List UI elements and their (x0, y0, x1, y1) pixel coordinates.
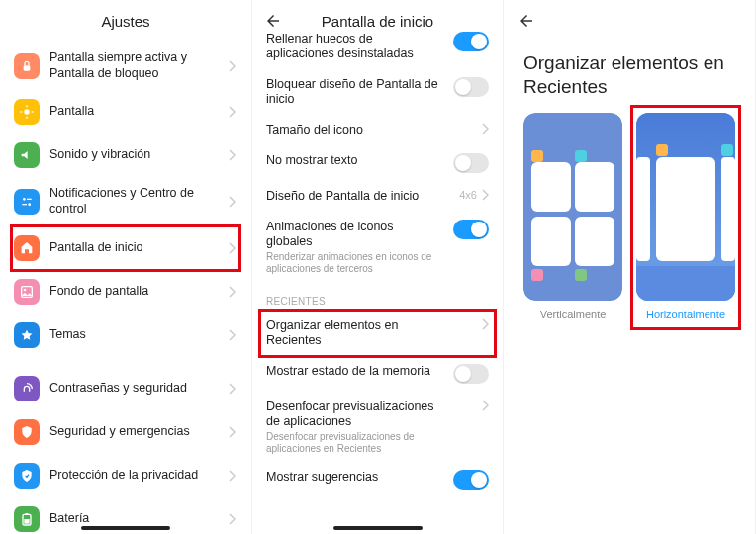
setting-label: No mostrar texto (266, 153, 441, 168)
home-setting-item[interactable]: Tamaño del icono (252, 115, 503, 145)
svg-rect-25 (575, 150, 587, 162)
nav-bar[interactable] (81, 526, 170, 530)
privacy-icon (14, 463, 40, 489)
settings-item[interactable]: Protección de la privacidad (12, 454, 239, 497)
wallpaper-icon (14, 279, 40, 305)
setting-sublabel: Renderizar animaciones en iconos de apli… (266, 251, 441, 274)
sun-icon (14, 99, 40, 125)
option-label: Verticalmente (523, 309, 622, 320)
setting-sublabel: Desenfocar previsualizaciones de aplicac… (266, 431, 441, 454)
section-header: RECIENTES (252, 282, 503, 311)
control-icon (14, 189, 40, 215)
settings-panel: Ajustes Pantalla siempre activa y Pantal… (0, 0, 252, 534)
settings-header: Ajustes (0, 0, 251, 42)
chevron-right-icon (228, 60, 237, 72)
svg-rect-29 (636, 157, 650, 261)
settings-item[interactable]: Seguridad y emergencias (12, 410, 239, 454)
chevron-right-icon (481, 189, 489, 201)
chevron-right-icon (228, 242, 237, 254)
recents-header (504, 0, 755, 42)
home-setting-item[interactable]: No mostrar texto (252, 145, 503, 181)
settings-item[interactable]: Pantalla de inicio (12, 226, 239, 270)
setting-label: Animaciones de iconos globales (266, 220, 441, 249)
chevron-right-icon (228, 286, 237, 298)
settings-item[interactable]: Pantalla (12, 90, 239, 134)
setting-label: Organizar elementos en Recientes (266, 318, 441, 348)
settings-title: Ajustes (101, 13, 149, 30)
svg-rect-31 (721, 157, 735, 261)
home-setting-item[interactable]: Organizar elementos en Recientes (252, 311, 503, 356)
svg-point-8 (28, 203, 31, 206)
svg-point-6 (23, 198, 26, 201)
settings-item[interactable]: Contraseñas y seguridad (12, 367, 239, 410)
fingerprint-icon (14, 376, 40, 401)
settings-item-label: Fondo de pantalla (49, 284, 228, 300)
shield-icon (14, 419, 40, 445)
settings-item-label: Sonido y vibración (49, 147, 228, 163)
home-title: Pantalla de inicio (322, 13, 433, 30)
home-setting-item[interactable]: Diseño de Pantalla de inicio4x6 (252, 181, 503, 212)
settings-item[interactable]: Fondo de pantalla (12, 270, 239, 313)
svg-rect-30 (656, 157, 715, 261)
recents-option[interactable]: Horizontalmente (636, 113, 735, 320)
settings-list: Pantalla siempre activa y Pantalla de bl… (0, 42, 251, 534)
home-screen-panel: Pantalla de inicio Rellenar huecos de ap… (252, 0, 504, 534)
chevron-right-icon (228, 329, 237, 341)
svg-rect-34 (636, 266, 735, 301)
recents-title: Organizar elementos en Recientes (504, 42, 755, 103)
chevron-right-icon (228, 470, 237, 482)
svg-rect-21 (575, 162, 614, 212)
toggle-switch[interactable] (453, 364, 489, 384)
option-thumbnail (523, 113, 622, 301)
setting-label: Diseño de Pantalla de inicio (266, 189, 441, 204)
svg-rect-13 (26, 513, 29, 515)
svg-rect-22 (531, 217, 571, 266)
setting-label: Bloquear diseño de Pantalla de inicio (266, 77, 441, 107)
nav-bar[interactable] (333, 526, 423, 530)
chevron-right-icon (481, 123, 489, 134)
toggle-switch[interactable] (453, 32, 489, 51)
home-settings-list: Rellenar huecos de aplicaciones desinsta… (252, 24, 503, 497)
svg-rect-26 (531, 269, 543, 281)
recents-options: VerticalmenteHorizontalmente (504, 103, 755, 330)
themes-icon (14, 322, 40, 348)
home-setting-item[interactable]: Mostrar estado de la memoria (252, 356, 503, 392)
chevron-right-icon (228, 426, 237, 438)
home-setting-item[interactable]: Desenfocar previsualizaciones de aplicac… (252, 392, 503, 462)
recents-layout-panel: Organizar elementos en Recientes Vertica… (504, 0, 756, 534)
back-button[interactable] (264, 12, 282, 30)
settings-item[interactable]: Temas (12, 313, 239, 357)
chevron-right-icon (228, 106, 237, 118)
home-icon (14, 235, 40, 261)
recents-option[interactable]: Verticalmente (523, 113, 622, 320)
settings-item[interactable]: Sonido y vibración (12, 134, 239, 177)
toggle-switch[interactable] (453, 153, 489, 173)
settings-item-label: Pantalla de inicio (49, 240, 228, 256)
option-thumbnail (636, 113, 735, 301)
chevron-right-icon (228, 196, 237, 208)
svg-rect-27 (575, 269, 587, 281)
home-setting-item[interactable]: Bloquear diseño de Pantalla de inicio (252, 69, 503, 115)
chevron-right-icon (228, 149, 237, 161)
svg-rect-20 (531, 162, 571, 212)
svg-rect-0 (24, 65, 31, 70)
svg-rect-32 (656, 144, 668, 156)
back-arrow-icon (518, 12, 535, 30)
settings-item[interactable]: Notificaciones y Centro de control (12, 177, 239, 225)
toggle-switch[interactable] (453, 77, 489, 97)
settings-item-label: Notificaciones y Centro de control (49, 186, 228, 217)
home-setting-item[interactable]: Mostrar sugerencias (252, 462, 503, 497)
toggle-switch[interactable] (453, 470, 489, 490)
back-button[interactable] (518, 12, 535, 30)
svg-rect-33 (721, 144, 733, 156)
settings-item-label: Batería (49, 511, 228, 527)
toggle-switch[interactable] (453, 220, 489, 239)
setting-label: Desenfocar previsualizaciones de aplicac… (266, 400, 441, 429)
settings-item-label: Protección de la privacidad (49, 468, 228, 484)
settings-item[interactable]: Pantalla siempre activa y Pantalla de bl… (12, 42, 239, 90)
setting-label: Tamaño del icono (266, 123, 441, 137)
chevron-right-icon (481, 400, 489, 411)
home-setting-item[interactable]: Animaciones de iconos globalesRenderizar… (252, 212, 503, 282)
svg-rect-24 (531, 150, 543, 162)
sound-icon (14, 142, 40, 168)
